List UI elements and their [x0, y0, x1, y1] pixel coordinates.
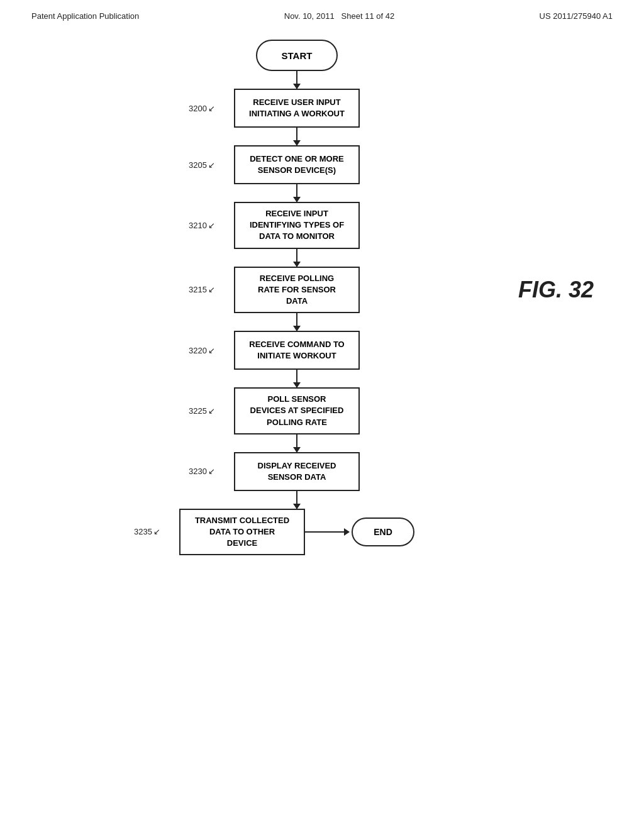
step-3235-row: 3235 ↙ TRANSMIT COLLECTEDDATA TO OTHERDE… — [179, 509, 414, 556]
step-3200-box: RECEIVE USER INPUTINITIATING A WORKOUT — [234, 89, 360, 128]
arrow-start-3200 — [296, 71, 297, 89]
step-3220-wrapper: 3220 ↙ RECEIVE COMMAND TOINITIATE WORKOU… — [234, 331, 360, 370]
arrow-3235-end — [305, 531, 349, 533]
end-node: END — [352, 517, 414, 546]
step-3235-wrapper: 3235 ↙ TRANSMIT COLLECTEDDATA TO OTHERDE… — [179, 509, 305, 556]
step-3215-box: RECEIVE POLLINGRATE FOR SENSORDATA — [234, 267, 360, 314]
step-3215-wrapper: 3215 ↙ RECEIVE POLLINGRATE FOR SENSORDAT… — [234, 267, 360, 314]
patent-number: US 2011/275940 A1 — [540, 11, 613, 21]
step-3210-box: RECEIVE INPUTIDENTIFYING TYPES OFDATA TO… — [234, 202, 360, 249]
step-3225-label: 3225 ↙ — [189, 406, 215, 416]
flowchart: START 3200 ↙ RECEIVE USER INPUTINITIATIN… — [179, 40, 414, 555]
arrow-3200-3205 — [296, 128, 297, 145]
header-middle: Nov. 10, 2011 Sheet 11 of 42 — [284, 11, 394, 21]
arrow-3230-3235 — [296, 491, 297, 509]
step-3220-box: RECEIVE COMMAND TOINITIATE WORKOUT — [234, 331, 360, 370]
step-3230-wrapper: 3230 ↙ DISPLAY RECEIVEDSENSOR DATA — [234, 452, 360, 491]
arrow-3220-3225 — [296, 370, 297, 387]
arrow-3225-3230 — [296, 434, 297, 452]
step-3205-wrapper: 3205 ↙ DETECT ONE OR MORESENSOR DEVICE(S… — [234, 145, 360, 184]
page-header: Patent Application Publication Nov. 10, … — [0, 0, 644, 27]
header-left: Patent Application Publication — [31, 11, 139, 21]
step-3230-box: DISPLAY RECEIVEDSENSOR DATA — [234, 452, 360, 491]
arrow-3205-3210 — [296, 184, 297, 202]
step-3200-label: 3200 ↙ — [189, 104, 215, 113]
step-3225-box: POLL SENSORDEVICES AT SPECIFIEDPOLLING R… — [234, 387, 360, 434]
arrow-3210-3215 — [296, 249, 297, 267]
step-3205-label: 3205 ↙ — [189, 160, 215, 170]
start-node: START — [256, 40, 338, 71]
step-3220-label: 3220 ↙ — [189, 346, 215, 355]
step-3210-label: 3210 ↙ — [189, 221, 215, 230]
sheet-info: Sheet 11 of 42 — [341, 11, 395, 21]
step-3225-wrapper: 3225 ↙ POLL SENSORDEVICES AT SPECIFIEDPO… — [234, 387, 360, 434]
main-content: START 3200 ↙ RECEIVE USER INPUTINITIATIN… — [0, 27, 644, 555]
step-3205-box: DETECT ONE OR MORESENSOR DEVICE(S) — [234, 145, 360, 184]
step-3230-label: 3230 ↙ — [189, 467, 215, 476]
step-3210-wrapper: 3210 ↙ RECEIVE INPUTIDENTIFYING TYPES OF… — [234, 202, 360, 249]
step-3200-wrapper: 3200 ↙ RECEIVE USER INPUTINITIATING A WO… — [234, 89, 360, 128]
arrow-3215-3220 — [296, 313, 297, 331]
step-3235-box: TRANSMIT COLLECTEDDATA TO OTHERDEVICE — [179, 509, 305, 556]
step-3235-label: 3235 ↙ — [134, 527, 160, 536]
step-3215-label: 3215 ↙ — [189, 285, 215, 294]
